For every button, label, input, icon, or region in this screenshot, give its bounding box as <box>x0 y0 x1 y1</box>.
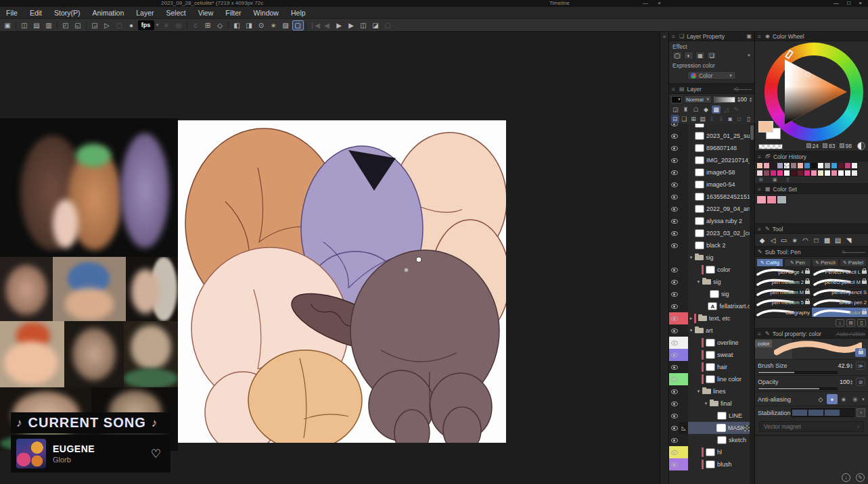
auto-action-tab[interactable]: Auto Action <box>836 331 865 337</box>
menu-select[interactable]: Select <box>160 9 192 17</box>
color-swatch[interactable] <box>804 170 810 176</box>
subtool-group-tab-pencil[interactable]: ✎Pencil <box>812 258 839 267</box>
page-back-icon[interactable]: ▤ <box>31 20 43 30</box>
tool-property-tab[interactable]: Tool property: color <box>773 331 821 337</box>
opacity-stepper[interactable]: ▲▼ <box>850 379 853 385</box>
layer-row-overline[interactable]: overline <box>669 337 754 349</box>
prev-frame-icon[interactable]: ◀ <box>321 20 333 30</box>
brush-item-calligraphy[interactable]: calligraphy <box>755 308 811 318</box>
folder-expand-toggle[interactable]: ▾ <box>688 255 694 260</box>
menu-layer[interactable]: Layer <box>130 9 160 17</box>
import-subtool-icon[interactable]: ↓ <box>836 319 844 326</box>
layer-row-sig[interactable]: sig <box>669 288 754 300</box>
layer-visibility-toggle[interactable] <box>669 142 679 154</box>
layer-row-line-color[interactable]: line color <box>669 373 754 385</box>
palette-dock-icon[interactable]: ⊟ <box>671 115 679 123</box>
layer-visibility-toggle[interactable] <box>669 349 679 361</box>
menu-animation[interactable]: Animation <box>87 9 131 17</box>
color-swatch[interactable] <box>770 162 777 169</box>
layer-color-label[interactable] <box>679 191 688 203</box>
layer-row-hl[interactable]: hl <box>669 446 754 458</box>
layer-visibility-toggle[interactable] <box>669 154 679 166</box>
delete-layer-icon[interactable]: ▯ <box>745 115 753 123</box>
layer-visibility-toggle[interactable] <box>669 288 679 300</box>
color-swatch[interactable] <box>810 162 817 169</box>
layer-row-color[interactable]: color <box>669 264 754 276</box>
brush-size-value[interactable]: 42.9 <box>838 362 850 369</box>
move-tool-icon[interactable]: ◁ <box>768 235 778 245</box>
layer-visibility-toggle[interactable] <box>669 324 679 337</box>
subtool-group-tab-pastel[interactable]: ✎Pastel <box>840 258 867 267</box>
brush-item-perfect-pencil-s[interactable]: perfect pencil S <box>812 287 868 297</box>
blank-icon[interactable]: ▢ <box>382 20 394 30</box>
layer-tab[interactable]: Layer <box>687 86 702 93</box>
chevron-down-icon[interactable]: ▼ <box>747 53 751 57</box>
layer-visibility-toggle[interactable] <box>669 373 679 385</box>
wand-tool-icon[interactable]: ∗ <box>790 235 800 245</box>
layer-color-label[interactable] <box>679 373 688 385</box>
mesh-transform-icon[interactable]: ◇ <box>214 20 226 30</box>
layer-row-mask[interactable]: ◺MASK <box>669 422 754 434</box>
quick-share-icon[interactable]: ↓ <box>842 473 850 482</box>
enable-mask-icon[interactable]: ▩ <box>712 105 721 114</box>
camera-view-icon[interactable]: ◫ <box>358 20 369 30</box>
cel-play-icon[interactable]: ▷ <box>101 20 113 30</box>
color-swatch[interactable] <box>783 170 790 176</box>
layer-color-swatch[interactable]: ▼ <box>671 96 682 103</box>
dup-page-icon[interactable]: ◱ <box>72 20 84 30</box>
layer-color-label[interactable] <box>679 227 688 239</box>
color-swatch[interactable] <box>783 162 790 169</box>
vector-magnet-row[interactable]: Vector magnet › <box>759 421 864 432</box>
layer-row-lines[interactable]: ▾lines <box>669 385 754 397</box>
history-tab-disabled[interactable]: ⟲ —— <box>734 86 752 93</box>
layer-visibility-toggle[interactable] <box>669 397 679 410</box>
panel-collapse-strip[interactable]: » <box>660 32 668 484</box>
brush-item-perfect-pencil-l[interactable]: Perfect Pencil L <box>812 267 868 277</box>
color-swatch[interactable] <box>851 162 858 169</box>
layers-tool-icon[interactable]: ▤ <box>833 235 843 245</box>
folder-expand-toggle[interactable]: ▾ <box>695 279 702 285</box>
layer-visibility-toggle[interactable] <box>669 264 679 276</box>
transform-tool-icon[interactable]: ▩ <box>822 235 832 245</box>
create-mask-icon[interactable]: ◙ <box>726 115 734 123</box>
menu-window[interactable]: Window <box>248 9 285 17</box>
fps-chevron-icon[interactable]: ▾ <box>155 20 160 30</box>
layer-color-label[interactable] <box>679 410 688 422</box>
color-swatch[interactable] <box>817 170 824 176</box>
layer-visibility-toggle[interactable] <box>669 227 679 239</box>
disabled-subtool-tab[interactable]: ✎ ——— <box>842 249 865 256</box>
sv-triangle[interactable] <box>785 59 847 124</box>
layer-color-label[interactable] <box>679 239 688 251</box>
play-icon[interactable]: ▶ <box>334 20 345 30</box>
sub-tool-tab[interactable]: Sub Tool: Pen <box>765 249 801 256</box>
color-swatch[interactable] <box>851 170 858 176</box>
color-swatch[interactable] <box>797 170 804 176</box>
color-swatch[interactable] <box>790 170 797 176</box>
color-swatch[interactable] <box>810 170 817 176</box>
menu-view[interactable]: View <box>192 9 220 17</box>
layer-color-label[interactable] <box>679 349 688 361</box>
layer-row-text-etc[interactable]: ▸text, etc <box>669 312 754 324</box>
loop-icon[interactable]: ◎ <box>173 20 185 30</box>
brush-item-color[interactable]: color <box>812 308 868 318</box>
layer-color-label[interactable] <box>679 458 688 470</box>
layer-visibility-toggle[interactable] <box>669 130 679 142</box>
shape-tool-icon[interactable]: □ <box>811 235 821 245</box>
layer-visibility-toggle[interactable] <box>669 178 679 191</box>
panel-menu-icon[interactable]: ≡ <box>672 33 675 40</box>
color-swatch[interactable] <box>844 170 851 176</box>
color-swatch[interactable] <box>763 162 770 169</box>
color-swatch[interactable] <box>790 162 797 169</box>
brush-size-stepper[interactable]: ▲▼ <box>850 363 853 368</box>
menu-filter[interactable]: Filter <box>219 9 247 17</box>
layer-row-art[interactable]: ▾art <box>669 324 754 337</box>
layer-visibility-toggle[interactable] <box>669 312 679 324</box>
opacity-slider[interactable] <box>758 387 838 390</box>
layer-color-label[interactable] <box>679 166 688 178</box>
document-window-controls[interactable]: — × <box>643 0 665 6</box>
layer-visibility-toggle[interactable] <box>669 361 679 373</box>
color-swatch[interactable] <box>770 170 777 176</box>
layer-opacity-slider[interactable] <box>714 97 735 103</box>
stabilization-slider[interactable] <box>791 408 855 417</box>
layer-list[interactable]: 2023_01_25_succubus896807148IMG_20210714… <box>669 124 754 484</box>
